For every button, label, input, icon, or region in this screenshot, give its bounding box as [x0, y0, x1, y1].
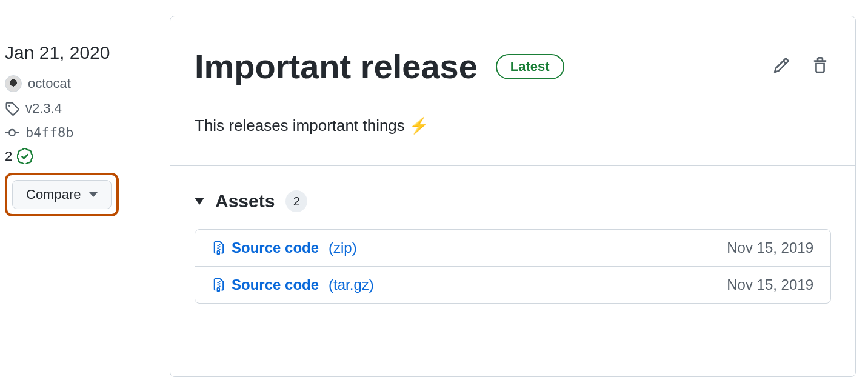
edit-button[interactable]: [770, 55, 792, 78]
asset-ext: (zip): [329, 239, 357, 256]
verified-icon: [17, 148, 33, 164]
compare-label: Compare: [26, 187, 81, 202]
asset-date: Nov 15, 2019: [727, 239, 813, 256]
compare-button[interactable]: Compare: [12, 180, 112, 209]
assets-list: Source code (zip) Nov 15, 2019 Source co…: [195, 229, 831, 304]
release-sidebar: Jan 21, 2020 octocat v2.3.4 b4ff8b 2 Com…: [0, 0, 170, 377]
trash-icon: [812, 57, 829, 74]
commit-row[interactable]: b4ff8b: [5, 125, 170, 140]
tag-icon: [5, 101, 19, 116]
disclosure-triangle-icon: [195, 198, 204, 205]
commit-sha: b4ff8b: [25, 125, 73, 140]
pencil-icon: [773, 57, 790, 74]
asset-link[interactable]: Source code (tar.gz): [212, 276, 374, 293]
verified-count: 2: [5, 148, 12, 164]
lightning-icon: ⚡: [409, 116, 429, 135]
author-name: octocat: [28, 76, 71, 92]
asset-row: Source code (tar.gz) Nov 15, 2019: [195, 267, 830, 303]
release-panel: Important release Latest This releases i…: [170, 16, 856, 377]
asset-date: Nov 15, 2019: [727, 276, 813, 293]
release-body-text: This releases important things: [195, 116, 409, 135]
asset-row: Source code (zip) Nov 15, 2019: [195, 230, 830, 267]
assets-heading: Assets: [215, 191, 275, 212]
assets-count-badge: 2: [285, 190, 307, 212]
file-zip-icon: [212, 277, 225, 293]
avatar: [5, 75, 22, 92]
verified-row[interactable]: 2: [5, 148, 170, 164]
release-date: Jan 21, 2020: [5, 42, 170, 63]
author-row[interactable]: octocat: [5, 75, 170, 92]
asset-name: Source code: [232, 276, 319, 293]
header-actions: [770, 55, 831, 78]
chevron-down-icon: [89, 192, 98, 197]
assets-header[interactable]: Assets 2: [195, 190, 831, 212]
asset-link[interactable]: Source code (zip): [212, 239, 357, 256]
delete-button[interactable]: [809, 55, 831, 78]
file-zip-icon: [212, 240, 225, 256]
asset-name: Source code: [232, 239, 319, 256]
commit-icon: [5, 125, 19, 140]
tag-row[interactable]: v2.3.4: [5, 101, 170, 116]
assets-section: Assets 2 Source code (zip) Nov 15, 2019 …: [170, 166, 855, 328]
tag-name: v2.3.4: [25, 101, 62, 116]
release-title: Important release: [195, 47, 478, 86]
release-body: This releases important things ⚡: [170, 98, 855, 166]
compare-highlight: Compare: [5, 173, 119, 216]
latest-badge: Latest: [496, 54, 564, 79]
release-header: Important release Latest: [170, 16, 855, 98]
asset-ext: (tar.gz): [329, 276, 374, 293]
